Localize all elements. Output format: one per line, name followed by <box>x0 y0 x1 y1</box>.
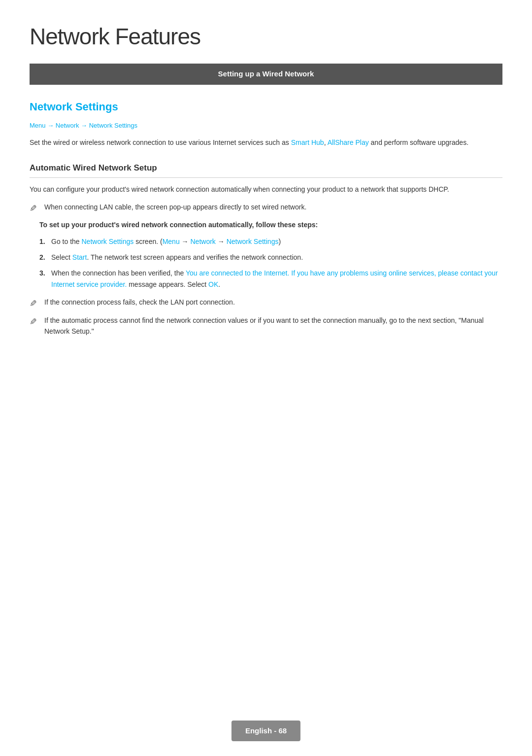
step1-menu-link[interactable]: Menu <box>163 238 180 245</box>
allshare-play-link[interactable]: AllShare Play <box>328 138 369 146</box>
step3-ok-link[interactable]: OK <box>208 280 218 288</box>
footer-text: English - 68 <box>245 726 287 735</box>
note-2: If the connection process fails, check t… <box>30 297 502 308</box>
step1-network-link[interactable]: Network <box>190 238 215 245</box>
auto-wired-description: You can configure your product's wired n… <box>30 184 502 195</box>
note-1: When connecting LAN cable, the screen po… <box>30 202 502 212</box>
breadcrumb-network[interactable]: Network <box>56 122 79 129</box>
step1-network-settings-link[interactable]: Network Settings <box>81 238 133 245</box>
breadcrumb: Menu → Network → Network Settings <box>30 121 502 131</box>
auto-wired-section: Automatic Wired Network Setup You can co… <box>30 162 502 337</box>
breadcrumb-menu[interactable]: Menu <box>30 122 46 129</box>
section-header-text: Setting up a Wired Network <box>218 69 314 78</box>
step-3-num: 3. <box>39 268 45 278</box>
note-3: If the automatic process cannot find the… <box>30 315 502 337</box>
step2-start-link[interactable]: Start <box>72 253 87 261</box>
footer-bar: English - 68 <box>232 721 300 742</box>
bold-instruction: To set up your product's wired network c… <box>30 220 502 230</box>
step-2-num: 2. <box>39 252 45 263</box>
step1-network-settings-link2[interactable]: Network Settings <box>227 238 279 245</box>
section-header-bar: Setting up a Wired Network <box>30 64 502 85</box>
smart-hub-link[interactable]: Smart Hub <box>291 138 324 146</box>
step-1: 1. Go to the Network Settings screen. (M… <box>39 236 502 247</box>
network-settings-section: Network Settings Menu → Network → Networ… <box>30 99 502 148</box>
step-2: 2. Select Start. The network test screen… <box>39 252 502 263</box>
step-3: 3. When the connection has been verified… <box>39 268 502 290</box>
auto-wired-title: Automatic Wired Network Setup <box>30 162 502 178</box>
step3-connected-link[interactable]: You are connected to the Internet. If yo… <box>51 269 498 288</box>
intro-text: Set the wired or wireless network connec… <box>30 137 502 148</box>
network-settings-title: Network Settings <box>30 99 502 115</box>
step-1-num: 1. <box>39 236 45 247</box>
breadcrumb-network-settings[interactable]: Network Settings <box>89 122 137 129</box>
steps-list: 1. Go to the Network Settings screen. (M… <box>30 236 502 290</box>
page-title: Network Features <box>30 20 502 54</box>
